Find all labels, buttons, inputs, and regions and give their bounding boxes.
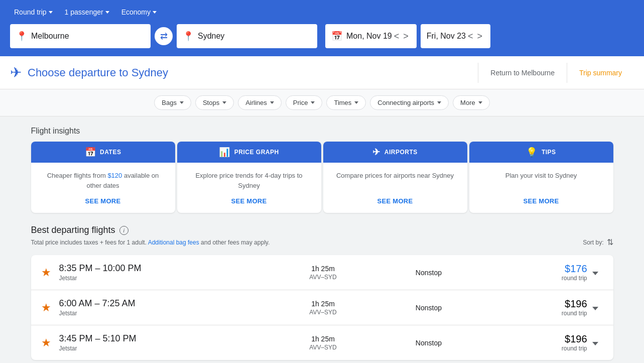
insight-card-price-graph: 📊 PRICE GRAPH Explore price trends for 4… bbox=[177, 142, 321, 213]
passengers-button[interactable]: 1 passenger bbox=[61, 6, 113, 18]
destination-location-icon: 📍 bbox=[183, 31, 194, 42]
search-row: 📍 Melbourne ⇄ 📍 Sydney 📅 Mon, Nov 19 < >… bbox=[10, 24, 634, 48]
insight-body-price-graph: Explore price trends for 4-day trips to … bbox=[177, 163, 321, 213]
expand-chevron-icon-2[interactable] bbox=[592, 307, 598, 310]
cabin-button[interactable]: Economy bbox=[117, 6, 161, 18]
flight-insights-section: Flight insights 📅 DATES Cheaper flights … bbox=[31, 127, 613, 213]
sort-by: Sort by: ⇅ bbox=[583, 237, 613, 247]
round-trip-label: Round trip bbox=[14, 8, 47, 16]
round-trip-button[interactable]: Round trip bbox=[10, 6, 57, 18]
connecting-airports-chevron-icon bbox=[437, 101, 441, 104]
swap-button[interactable]: ⇄ bbox=[155, 27, 173, 45]
insight-header-tips: 💡 TIPS bbox=[469, 142, 613, 163]
price-graph-description: Explore price trends for 4-day trips to … bbox=[185, 171, 313, 190]
filter-connecting-airports[interactable]: Connecting airports bbox=[370, 95, 449, 110]
stops-text-2: Nonstop bbox=[376, 304, 481, 312]
dates-see-more-button[interactable]: SEE MORE bbox=[85, 197, 120, 205]
airports-plane-icon: ✈ bbox=[372, 147, 380, 158]
times-col-1: 8:35 PM – 10:00 PM Jetstar bbox=[59, 263, 271, 282]
origin-box[interactable]: 📍 Melbourne bbox=[10, 24, 151, 48]
section-title: Best departing flights i bbox=[31, 225, 613, 235]
price-main-1: $176 bbox=[481, 263, 587, 275]
price-graph-see-more-button[interactable]: SEE MORE bbox=[231, 197, 267, 205]
filter-bags[interactable]: Bags bbox=[154, 95, 191, 110]
expand-chevron-icon-1[interactable] bbox=[592, 272, 598, 275]
return-to-melbourne-link[interactable]: Return to Melbourne bbox=[478, 61, 567, 85]
favorite-star-icon: ★ bbox=[41, 266, 51, 279]
expand-chevron-icon-3[interactable] bbox=[592, 342, 598, 345]
tips-description: Plan your visit to Sydney bbox=[505, 171, 577, 181]
info-icon[interactable]: i bbox=[119, 226, 128, 235]
duration-col-2: 1h 25m AVV–SYD bbox=[270, 300, 375, 316]
insight-card-dates: 📅 DATES Cheaper flights from $120 availa… bbox=[31, 142, 175, 213]
destination-box[interactable]: 📍 Sydney bbox=[177, 24, 317, 48]
star-col-1: ★ bbox=[41, 266, 59, 279]
choose-departure-title: Choose departure to Sydney bbox=[28, 66, 168, 79]
sort-icon[interactable]: ⇅ bbox=[607, 237, 613, 247]
airline-name-2: Jetstar bbox=[59, 310, 271, 317]
insight-header-airports: ✈ AIRPORTS bbox=[323, 142, 467, 163]
price-col-2: $196 round trip bbox=[481, 298, 587, 317]
times-chevron-icon bbox=[354, 101, 358, 104]
return-prev-button[interactable]: < bbox=[466, 31, 475, 42]
breadcrumb-bar: ✈ Choose departure to Sydney Return to M… bbox=[0, 56, 644, 89]
dates-calendar-icon: 📅 bbox=[85, 147, 96, 158]
return-next-button[interactable]: > bbox=[475, 31, 485, 42]
expand-col-2 bbox=[587, 304, 603, 312]
tips-bulb-icon: 💡 bbox=[526, 147, 538, 158]
filter-stops[interactable]: Stops bbox=[195, 95, 234, 110]
star-col-3: ★ bbox=[41, 336, 59, 349]
table-row[interactable]: ★ 8:35 PM – 10:00 PM Jetstar 1h 25m AVV–… bbox=[31, 255, 613, 290]
return-date-box[interactable]: Fri, Nov 23 < > bbox=[421, 24, 490, 48]
airports-description: Compare prices for airports near Sydney bbox=[336, 171, 454, 181]
stops-col-3: Nonstop bbox=[376, 339, 481, 347]
filter-price[interactable]: Price bbox=[286, 95, 323, 110]
price-main-3: $196 bbox=[481, 333, 587, 345]
main-content: Flight insights 📅 DATES Cheaper flights … bbox=[21, 116, 623, 363]
stops-text-1: Nonstop bbox=[376, 269, 481, 277]
airports-see-more-button[interactable]: SEE MORE bbox=[377, 197, 413, 205]
price-col-3: $196 round trip bbox=[481, 333, 587, 352]
insight-body-dates: Cheaper flights from $120 available on o… bbox=[31, 163, 175, 213]
filter-airlines[interactable]: Airlines bbox=[238, 95, 282, 110]
calendar-icon: 📅 bbox=[331, 31, 342, 42]
stops-col-2: Nonstop bbox=[376, 304, 481, 312]
section-subtitle: Total price includes taxes + fees for 1 … bbox=[31, 237, 613, 247]
tips-see-more-button[interactable]: SEE MORE bbox=[523, 197, 559, 205]
price-chevron-icon bbox=[311, 101, 315, 104]
flight-list: ★ 8:35 PM – 10:00 PM Jetstar 1h 25m AVV–… bbox=[31, 255, 613, 360]
flight-times-1: 8:35 PM – 10:00 PM bbox=[59, 263, 271, 274]
depart-date-text: Mon, Nov 19 bbox=[346, 32, 392, 41]
favorite-star-icon: ★ bbox=[41, 336, 51, 349]
filter-more[interactable]: More bbox=[453, 95, 490, 110]
table-row[interactable]: ★ 6:00 AM – 7:25 AM Jetstar 1h 25m AVV–S… bbox=[31, 290, 613, 325]
duration-col-3: 1h 25m AVV–SYD bbox=[270, 335, 375, 351]
insights-cards: 📅 DATES Cheaper flights from $120 availa… bbox=[31, 142, 613, 213]
times-col-2: 6:00 AM – 7:25 AM Jetstar bbox=[59, 298, 271, 317]
depart-date-box[interactable]: 📅 Mon, Nov 19 < > bbox=[325, 24, 417, 48]
expand-col-3 bbox=[587, 339, 603, 347]
airlines-chevron-icon bbox=[270, 101, 274, 104]
trip-summary-link[interactable]: Trip summary bbox=[567, 61, 634, 85]
stops-chevron-icon bbox=[222, 101, 226, 104]
more-chevron-icon bbox=[478, 101, 482, 104]
stops-text-3: Nonstop bbox=[376, 339, 481, 347]
star-col-2: ★ bbox=[41, 301, 59, 314]
passengers-chevron-icon bbox=[105, 11, 109, 14]
insight-header-dates: 📅 DATES bbox=[31, 142, 175, 163]
price-main-2: $196 bbox=[481, 298, 587, 310]
duration-text-1: 1h 25m bbox=[270, 265, 375, 273]
insight-header-price-graph: 📊 PRICE GRAPH bbox=[177, 142, 321, 163]
price-sub-3: round trip bbox=[481, 345, 587, 352]
insight-card-tips: 💡 TIPS Plan your visit to Sydney SEE MOR… bbox=[469, 142, 613, 213]
bag-fees-link[interactable]: Additional bag fees bbox=[148, 239, 199, 246]
table-row[interactable]: ★ 3:45 PM – 5:10 PM Jetstar 1h 25m AVV–S… bbox=[31, 325, 613, 360]
cabin-chevron-icon bbox=[153, 11, 157, 14]
duration-text-3: 1h 25m bbox=[270, 335, 375, 343]
price-graph-bar-icon: 📊 bbox=[219, 147, 230, 158]
times-col-3: 3:45 PM – 5:10 PM Jetstar bbox=[59, 333, 271, 352]
depart-prev-button[interactable]: < bbox=[392, 31, 402, 42]
depart-next-button[interactable]: > bbox=[401, 31, 411, 42]
filter-times[interactable]: Times bbox=[326, 95, 366, 110]
duration-col-1: 1h 25m AVV–SYD bbox=[270, 265, 375, 281]
